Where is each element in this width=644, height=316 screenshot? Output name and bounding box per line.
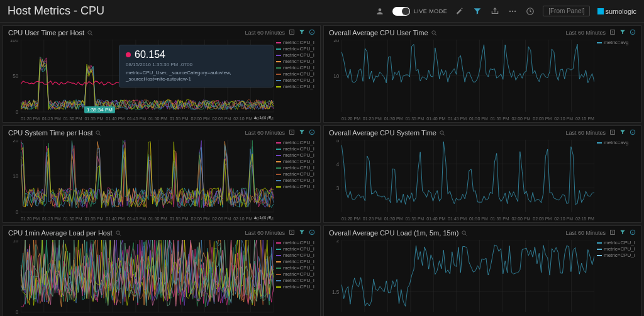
chart-panel: Overall Average CPU Load (1m, 5m, 15m) L… bbox=[323, 225, 641, 316]
chart-area[interactable]: 1.52 01:20 PM01:25 PM01:30 PM01:35 PM01:… bbox=[326, 240, 594, 316]
tooltip-value: 60.154 bbox=[126, 49, 267, 60]
svg-text:10: 10 bbox=[13, 240, 18, 244]
panel-filter-icon[interactable] bbox=[619, 129, 626, 137]
goto-icon[interactable] bbox=[609, 29, 616, 37]
legend-item: metric=CPU_I bbox=[276, 52, 318, 58]
magnify-icon[interactable] bbox=[95, 130, 102, 137]
chart-area[interactable]: 1020 01:20 PM01:25 PM01:30 PM01:35 PM01:… bbox=[326, 40, 594, 121]
chart-area[interactable]: 345 01:20 PM01:25 PM01:30 PM01:35 PM01:4… bbox=[326, 140, 594, 221]
time-cursor-badge: 1:35:34 PM bbox=[84, 106, 115, 113]
info-icon[interactable] bbox=[630, 129, 636, 137]
tooltip-datetime: 08/15/2016 1:35:30 PM -0700 bbox=[126, 62, 267, 67]
legend-item: metric=CPU_I bbox=[276, 240, 318, 245]
chart-area[interactable]: 050100 01:20 PM01:25 PM01:30 PM01:35 PM0… bbox=[6, 40, 274, 121]
svg-text:10: 10 bbox=[333, 72, 339, 79]
magnify-icon[interactable] bbox=[439, 130, 446, 137]
chart-panel: Overall Average CPU User Time Last 60 Mi… bbox=[323, 25, 641, 123]
panel-controls: Last 60 Minutes bbox=[565, 29, 636, 37]
goto-icon[interactable] bbox=[289, 29, 295, 37]
svg-text:100: 100 bbox=[10, 40, 19, 43]
chart-panel: CPU System Time per Host Last 60 Minutes… bbox=[3, 125, 321, 223]
panel-body: 1.52 01:20 PM01:25 PM01:30 PM01:35 PM01:… bbox=[324, 240, 641, 316]
legend-item: metric=CPU_I bbox=[276, 252, 318, 258]
legend-item: metric=CPU_I bbox=[276, 140, 318, 145]
legend-item: metric=CPU_I bbox=[276, 246, 318, 252]
magnify-icon[interactable] bbox=[87, 30, 94, 37]
svg-point-27 bbox=[431, 30, 435, 34]
panel-filter-icon[interactable] bbox=[619, 229, 626, 237]
panel-controls: Last 60 Minutes bbox=[565, 229, 636, 237]
chart-legend: metric=CPU_Imetric=CPU_Imetric=CPU_Imetr… bbox=[274, 140, 318, 221]
panel-body: 050100 01:20 PM01:25 PM01:30 PM01:35 PM0… bbox=[3, 40, 320, 122]
svg-point-5 bbox=[88, 30, 92, 34]
toggle-switch[interactable] bbox=[392, 7, 410, 16]
magnify-icon[interactable] bbox=[461, 230, 468, 237]
legend-item: metric=avg bbox=[597, 140, 638, 145]
tooltip-dot-icon bbox=[126, 52, 131, 57]
user-icon[interactable] bbox=[375, 6, 385, 16]
info-icon[interactable] bbox=[630, 229, 636, 237]
legend-item: metric=CPU_I bbox=[276, 84, 318, 89]
chart-legend: metric=CPU_Imetric=CPU_Imetric=CPU_Imetr… bbox=[274, 240, 318, 316]
svg-point-46 bbox=[96, 130, 100, 134]
legend-item: metric=CPU_I bbox=[276, 59, 318, 64]
tooltip-meta: metric=CPU_User, _sourceCategory=autovie… bbox=[126, 70, 267, 83]
legend-item: metric=CPU_I bbox=[276, 178, 318, 183]
clock-icon[interactable] bbox=[525, 6, 535, 16]
panel-filter-icon[interactable] bbox=[299, 229, 305, 237]
edit-icon[interactable] bbox=[455, 6, 465, 16]
magnify-icon[interactable] bbox=[431, 30, 438, 37]
panel-header: Overall Average CPU Load (1m, 5m, 15m) L… bbox=[324, 226, 641, 240]
goto-icon[interactable] bbox=[609, 129, 616, 137]
time-range-label: Last 60 Minutes bbox=[245, 130, 285, 136]
legend-pager[interactable]: ▲1/3▼ bbox=[253, 215, 272, 220]
info-icon[interactable] bbox=[309, 129, 315, 137]
legend-item: metric=CPU_I bbox=[276, 259, 318, 264]
panel-controls: Last 60 Minutes bbox=[245, 129, 315, 137]
panel-body: 010 01:20 PM01:25 PM01:30 PM01:35 PM01:4… bbox=[3, 240, 320, 316]
share-icon[interactable] bbox=[490, 6, 500, 16]
legend-item: metric=CPU_I bbox=[276, 165, 318, 171]
chart-legend: metric=CPU_Imetric=CPU_Imetric=CPU_I bbox=[594, 240, 638, 316]
chart-legend: metric=CPU_Imetric=CPU_Imetric=CPU_Imetr… bbox=[274, 40, 318, 121]
info-icon[interactable] bbox=[630, 29, 636, 37]
x-axis-labels: 01:20 PM01:25 PM01:30 PM01:35 PM01:40 PM… bbox=[341, 116, 594, 121]
goto-icon[interactable] bbox=[289, 129, 295, 137]
panel-filter-icon[interactable] bbox=[299, 29, 305, 37]
chart-legend: metric=avg bbox=[594, 40, 638, 121]
legend-item: metric=CPU_I bbox=[276, 271, 318, 277]
from-panel-pill[interactable]: [From Panel] bbox=[543, 6, 590, 16]
svg-text:20: 20 bbox=[13, 140, 18, 144]
svg-text:20: 20 bbox=[333, 40, 339, 43]
more-icon[interactable] bbox=[508, 6, 518, 16]
chart-area[interactable]: 010 01:20 PM01:25 PM01:30 PM01:35 PM01:4… bbox=[6, 240, 274, 316]
svg-point-107 bbox=[462, 230, 466, 234]
svg-rect-108 bbox=[611, 230, 615, 235]
legend-item: metric=CPU_I bbox=[276, 77, 318, 83]
panel-filter-icon[interactable] bbox=[299, 129, 305, 137]
chart-legend: metric=avg bbox=[594, 140, 638, 221]
legend-item: metric=CPU_I bbox=[276, 184, 318, 189]
svg-point-67 bbox=[440, 130, 444, 134]
svg-text:0: 0 bbox=[16, 209, 19, 216]
info-icon[interactable] bbox=[309, 29, 315, 37]
goto-icon[interactable] bbox=[609, 229, 616, 237]
legend-pager[interactable]: ▲1/3▼ bbox=[253, 115, 272, 120]
panel-header: Overall Average CPU System Time Last 60 … bbox=[324, 126, 641, 140]
info-icon[interactable] bbox=[309, 229, 315, 237]
legend-item: metric=CPU_I bbox=[276, 159, 318, 164]
svg-text:0: 0 bbox=[16, 109, 19, 116]
chart-panel: CPU User Time per Host Last 60 Minutes 0… bbox=[3, 25, 321, 123]
chart-panel: Overall Average CPU System Time Last 60 … bbox=[323, 125, 641, 223]
panel-filter-icon[interactable] bbox=[619, 29, 626, 37]
panel-header: Overall Average CPU User Time Last 60 Mi… bbox=[324, 26, 641, 40]
chart-area[interactable]: 01020 01:20 PM01:25 PM01:30 PM01:35 PM01… bbox=[6, 140, 274, 221]
goto-icon[interactable] bbox=[289, 229, 295, 237]
live-mode-toggle[interactable]: LIVE MODE bbox=[392, 7, 448, 16]
magnify-icon[interactable] bbox=[115, 230, 122, 237]
time-range-label: Last 60 Minutes bbox=[245, 230, 285, 236]
svg-text:10: 10 bbox=[13, 172, 18, 179]
filter-icon[interactable] bbox=[472, 6, 482, 16]
panel-title: Overall Average CPU System Time bbox=[329, 129, 446, 137]
legend-item: metric=CPU_I bbox=[276, 46, 318, 52]
